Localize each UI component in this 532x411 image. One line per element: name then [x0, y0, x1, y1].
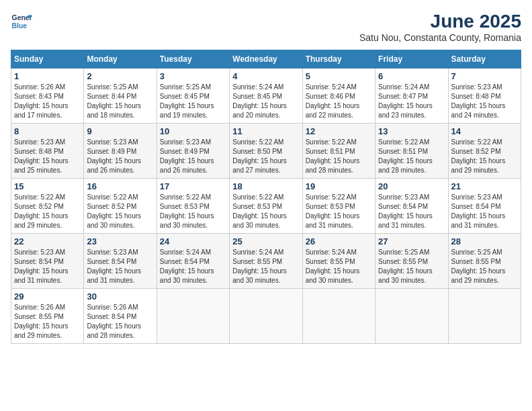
calendar-cell: 14Sunrise: 5:22 AM Sunset: 8:52 PM Dayli…: [448, 124, 521, 179]
location-subtitle: Satu Nou, Constanta County, Romania: [359, 32, 521, 43]
day-info: Sunrise: 5:22 AM Sunset: 8:52 PM Dayligh…: [87, 193, 153, 230]
day-number: 28: [451, 236, 518, 246]
day-number: 15: [14, 181, 81, 191]
calendar-cell: 10Sunrise: 5:23 AM Sunset: 8:49 PM Dayli…: [157, 124, 229, 179]
day-number: 29: [14, 291, 81, 302]
day-info: Sunrise: 5:24 AM Sunset: 8:55 PM Dayligh…: [306, 248, 372, 285]
calendar-cell: 9Sunrise: 5:23 AM Sunset: 8:49 PM Daylig…: [84, 124, 157, 179]
month-title: June 2025: [359, 11, 521, 32]
day-number: 8: [14, 126, 81, 136]
calendar-cell: [375, 289, 448, 344]
calendar-cell: 2Sunrise: 5:25 AM Sunset: 8:44 PM Daylig…: [84, 68, 157, 124]
day-number: 21: [451, 181, 518, 191]
calendar-cell: 16Sunrise: 5:22 AM Sunset: 8:52 PM Dayli…: [84, 179, 157, 234]
day-info: Sunrise: 5:25 AM Sunset: 8:44 PM Dayligh…: [87, 83, 153, 120]
day-number: 26: [306, 236, 372, 246]
day-header-monday: Monday: [84, 50, 157, 68]
day-number: 10: [160, 126, 226, 136]
day-number: 17: [160, 181, 226, 191]
calendar-cell: 12Sunrise: 5:22 AM Sunset: 8:51 PM Dayli…: [302, 124, 375, 179]
calendar-cell: [448, 289, 521, 344]
day-number: 19: [306, 181, 372, 191]
day-info: Sunrise: 5:25 AM Sunset: 8:55 PM Dayligh…: [378, 248, 445, 285]
day-number: 2: [87, 71, 153, 81]
day-info: Sunrise: 5:25 AM Sunset: 8:45 PM Dayligh…: [160, 83, 226, 120]
day-number: 30: [87, 291, 153, 302]
day-number: 22: [14, 236, 81, 246]
day-info: Sunrise: 5:24 AM Sunset: 8:54 PM Dayligh…: [160, 248, 226, 285]
day-info: Sunrise: 5:22 AM Sunset: 8:51 PM Dayligh…: [378, 138, 445, 175]
day-info: Sunrise: 5:22 AM Sunset: 8:52 PM Dayligh…: [451, 138, 518, 175]
calendar-cell: [157, 289, 229, 344]
day-info: Sunrise: 5:22 AM Sunset: 8:53 PM Dayligh…: [232, 193, 299, 230]
calendar-cell: [302, 289, 375, 344]
day-number: 25: [232, 236, 299, 246]
day-info: Sunrise: 5:26 AM Sunset: 8:43 PM Dayligh…: [14, 83, 81, 120]
calendar-week-2: 8Sunrise: 5:23 AM Sunset: 8:48 PM Daylig…: [11, 124, 521, 179]
calendar-cell: 5Sunrise: 5:24 AM Sunset: 8:46 PM Daylig…: [302, 68, 375, 124]
day-number: 14: [451, 126, 518, 136]
day-info: Sunrise: 5:23 AM Sunset: 8:48 PM Dayligh…: [14, 138, 81, 175]
logo-icon: General Blue: [11, 11, 32, 32]
page-header: General Blue June 2025 Satu Nou, Constan…: [11, 11, 521, 43]
day-info: Sunrise: 5:26 AM Sunset: 8:54 PM Dayligh…: [87, 303, 153, 340]
calendar-cell: 24Sunrise: 5:24 AM Sunset: 8:54 PM Dayli…: [157, 234, 229, 289]
day-number: 20: [378, 181, 445, 191]
day-header-saturday: Saturday: [448, 50, 521, 68]
day-number: 13: [378, 126, 445, 136]
day-info: Sunrise: 5:24 AM Sunset: 8:46 PM Dayligh…: [306, 83, 372, 120]
calendar-week-4: 22Sunrise: 5:23 AM Sunset: 8:54 PM Dayli…: [11, 234, 521, 289]
day-header-thursday: Thursday: [302, 50, 375, 68]
calendar-cell: 4Sunrise: 5:24 AM Sunset: 8:45 PM Daylig…: [230, 68, 302, 124]
calendar-cell: 23Sunrise: 5:23 AM Sunset: 8:54 PM Dayli…: [84, 234, 157, 289]
day-info: Sunrise: 5:23 AM Sunset: 8:54 PM Dayligh…: [451, 193, 518, 230]
calendar-week-5: 29Sunrise: 5:26 AM Sunset: 8:55 PM Dayli…: [11, 289, 521, 344]
calendar-cell: 18Sunrise: 5:22 AM Sunset: 8:53 PM Dayli…: [230, 179, 302, 234]
calendar-cell: 19Sunrise: 5:22 AM Sunset: 8:53 PM Dayli…: [302, 179, 375, 234]
calendar-cell: 11Sunrise: 5:22 AM Sunset: 8:50 PM Dayli…: [230, 124, 302, 179]
logo: General Blue: [11, 11, 32, 32]
day-number: 9: [87, 126, 153, 136]
calendar-cell: 21Sunrise: 5:23 AM Sunset: 8:54 PM Dayli…: [448, 179, 521, 234]
calendar-cell: 6Sunrise: 5:24 AM Sunset: 8:47 PM Daylig…: [375, 68, 448, 124]
calendar-cell: 26Sunrise: 5:24 AM Sunset: 8:55 PM Dayli…: [302, 234, 375, 289]
calendar-cell: 25Sunrise: 5:24 AM Sunset: 8:55 PM Dayli…: [230, 234, 302, 289]
calendar-week-3: 15Sunrise: 5:22 AM Sunset: 8:52 PM Dayli…: [11, 179, 521, 234]
day-info: Sunrise: 5:24 AM Sunset: 8:47 PM Dayligh…: [378, 83, 445, 120]
calendar-cell: 30Sunrise: 5:26 AM Sunset: 8:54 PM Dayli…: [84, 289, 157, 344]
day-info: Sunrise: 5:23 AM Sunset: 8:49 PM Dayligh…: [87, 138, 153, 175]
day-number: 3: [160, 71, 226, 81]
calendar-cell: 1Sunrise: 5:26 AM Sunset: 8:43 PM Daylig…: [11, 68, 84, 124]
day-info: Sunrise: 5:23 AM Sunset: 8:49 PM Dayligh…: [160, 138, 226, 175]
day-info: Sunrise: 5:23 AM Sunset: 8:48 PM Dayligh…: [451, 83, 518, 120]
svg-text:Blue: Blue: [12, 22, 28, 30]
calendar-cell: 7Sunrise: 5:23 AM Sunset: 8:48 PM Daylig…: [448, 68, 521, 124]
day-number: 5: [306, 71, 372, 81]
day-number: 24: [160, 236, 226, 246]
day-number: 23: [87, 236, 153, 246]
day-info: Sunrise: 5:23 AM Sunset: 8:54 PM Dayligh…: [378, 193, 445, 230]
calendar-cell: 28Sunrise: 5:25 AM Sunset: 8:55 PM Dayli…: [448, 234, 521, 289]
calendar-table: SundayMondayTuesdayWednesdayThursdayFrid…: [11, 50, 521, 344]
day-header-tuesday: Tuesday: [157, 50, 229, 68]
day-info: Sunrise: 5:23 AM Sunset: 8:54 PM Dayligh…: [14, 248, 81, 285]
day-info: Sunrise: 5:22 AM Sunset: 8:53 PM Dayligh…: [160, 193, 226, 230]
calendar-header-row: SundayMondayTuesdayWednesdayThursdayFrid…: [11, 50, 521, 68]
day-info: Sunrise: 5:25 AM Sunset: 8:55 PM Dayligh…: [451, 248, 518, 285]
calendar-cell: 15Sunrise: 5:22 AM Sunset: 8:52 PM Dayli…: [11, 179, 84, 234]
calendar-cell: 8Sunrise: 5:23 AM Sunset: 8:48 PM Daylig…: [11, 124, 84, 179]
day-number: 12: [306, 126, 372, 136]
day-info: Sunrise: 5:24 AM Sunset: 8:45 PM Dayligh…: [232, 83, 299, 120]
day-number: 27: [378, 236, 445, 246]
day-header-wednesday: Wednesday: [230, 50, 302, 68]
title-area: June 2025 Satu Nou, Constanta County, Ro…: [359, 11, 521, 43]
day-header-friday: Friday: [375, 50, 448, 68]
calendar-cell: 29Sunrise: 5:26 AM Sunset: 8:55 PM Dayli…: [11, 289, 84, 344]
day-number: 11: [232, 126, 299, 136]
calendar-cell: 20Sunrise: 5:23 AM Sunset: 8:54 PM Dayli…: [375, 179, 448, 234]
day-number: 4: [232, 71, 299, 81]
calendar-cell: 22Sunrise: 5:23 AM Sunset: 8:54 PM Dayli…: [11, 234, 84, 289]
calendar-cell: 3Sunrise: 5:25 AM Sunset: 8:45 PM Daylig…: [157, 68, 229, 124]
calendar-cell: 13Sunrise: 5:22 AM Sunset: 8:51 PM Dayli…: [375, 124, 448, 179]
day-info: Sunrise: 5:23 AM Sunset: 8:54 PM Dayligh…: [87, 248, 153, 285]
